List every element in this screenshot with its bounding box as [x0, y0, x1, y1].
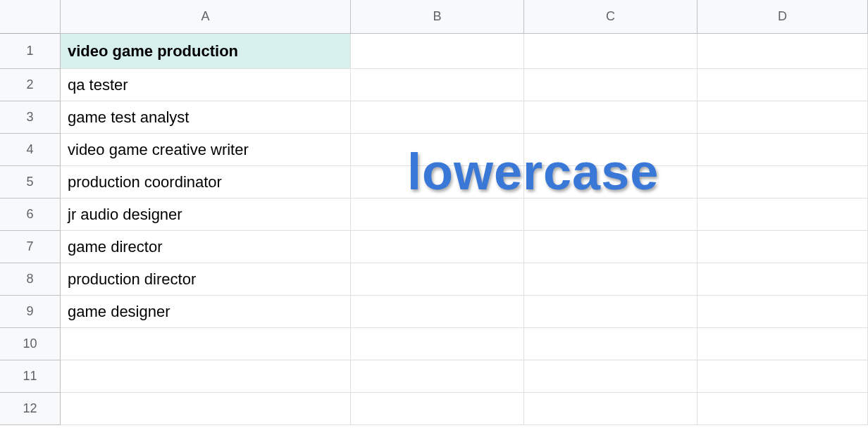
cell-c4[interactable]	[524, 134, 698, 166]
row-header-6[interactable]: 6	[0, 199, 61, 231]
cell-a7[interactable]: game director	[61, 231, 351, 263]
cell-d12[interactable]	[698, 393, 868, 425]
row-header-3[interactable]: 3	[0, 101, 61, 134]
cell-c10[interactable]	[524, 328, 698, 360]
row-5: 5 production coordinator	[0, 166, 868, 199]
cell-d10[interactable]	[698, 328, 868, 360]
row-header-10[interactable]: 10	[0, 328, 61, 360]
row-header-7[interactable]: 7	[0, 231, 61, 263]
cell-c3[interactable]	[524, 101, 698, 134]
column-header-c[interactable]: C	[524, 0, 698, 33]
row-header-1[interactable]: 1	[0, 34, 61, 69]
cell-d2[interactable]	[698, 69, 868, 101]
cell-d7[interactable]	[698, 231, 868, 263]
row-header-9[interactable]: 9	[0, 296, 61, 328]
cell-a4[interactable]: video game creative writer	[61, 134, 351, 166]
cell-d1[interactable]	[698, 34, 868, 69]
cell-a12[interactable]	[61, 393, 351, 425]
column-header-a[interactable]: A	[61, 0, 351, 33]
cell-a8[interactable]: production director	[61, 263, 351, 296]
cell-b9[interactable]	[351, 296, 524, 328]
cell-a2[interactable]: qa tester	[61, 69, 351, 101]
cell-b1[interactable]	[351, 34, 524, 69]
row-4: 4 video game creative writer	[0, 134, 868, 166]
row-header-11[interactable]: 11	[0, 360, 61, 393]
spreadsheet-grid: A B C D 1 video game production 2 qa tes…	[0, 0, 868, 428]
cell-d6[interactable]	[698, 199, 868, 231]
cell-c5[interactable]	[524, 166, 698, 199]
cell-b5[interactable]	[351, 166, 524, 199]
row-header-4[interactable]: 4	[0, 134, 61, 166]
cell-a1[interactable]: video game production	[61, 34, 351, 69]
cell-c6[interactable]	[524, 199, 698, 231]
cell-b3[interactable]	[351, 101, 524, 134]
cell-b4[interactable]	[351, 134, 524, 166]
cell-a10[interactable]	[61, 328, 351, 360]
cell-b6[interactable]	[351, 199, 524, 231]
cell-b2[interactable]	[351, 69, 524, 101]
cell-d4[interactable]	[698, 134, 868, 166]
cell-a6[interactable]: jr audio designer	[61, 199, 351, 231]
row-11: 11	[0, 360, 868, 393]
column-header-b[interactable]: B	[351, 0, 524, 33]
row-9: 9 game designer	[0, 296, 868, 328]
column-header-d[interactable]: D	[698, 0, 868, 33]
cell-d11[interactable]	[698, 360, 868, 393]
cell-b7[interactable]	[351, 231, 524, 263]
select-all-corner[interactable]	[0, 0, 61, 36]
cell-a11[interactable]	[61, 360, 351, 393]
column-header-row: A B C D	[0, 0, 868, 34]
row-8: 8 production director	[0, 263, 868, 296]
row-6: 6 jr audio designer	[0, 199, 868, 231]
row-3: 3 game test analyst	[0, 101, 868, 134]
cell-c9[interactable]	[524, 296, 698, 328]
cell-a9[interactable]: game designer	[61, 296, 351, 328]
row-2: 2 qa tester	[0, 69, 868, 101]
row-header-12[interactable]: 12	[0, 393, 61, 425]
row-header-8[interactable]: 8	[0, 263, 61, 296]
row-12: 12	[0, 393, 868, 425]
cell-b8[interactable]	[351, 263, 524, 296]
row-header-5[interactable]: 5	[0, 166, 61, 199]
cell-c1[interactable]	[524, 34, 698, 69]
cell-b10[interactable]	[351, 328, 524, 360]
cell-d5[interactable]	[698, 166, 868, 199]
grid-body: 1 video game production 2 qa tester 3 ga…	[0, 34, 868, 425]
row-header-2[interactable]: 2	[0, 69, 61, 101]
cell-a5[interactable]: production coordinator	[61, 166, 351, 199]
row-1: 1 video game production	[0, 34, 868, 69]
cell-c8[interactable]	[524, 263, 698, 296]
cell-c7[interactable]	[524, 231, 698, 263]
cell-c11[interactable]	[524, 360, 698, 393]
cell-b12[interactable]	[351, 393, 524, 425]
cell-b11[interactable]	[351, 360, 524, 393]
cell-d8[interactable]	[698, 263, 868, 296]
row-10: 10	[0, 328, 868, 360]
cell-d3[interactable]	[698, 101, 868, 134]
cell-d9[interactable]	[698, 296, 868, 328]
row-7: 7 game director	[0, 231, 868, 263]
cell-c2[interactable]	[524, 69, 698, 101]
cell-a3[interactable]: game test analyst	[61, 101, 351, 134]
cell-c12[interactable]	[524, 393, 698, 425]
